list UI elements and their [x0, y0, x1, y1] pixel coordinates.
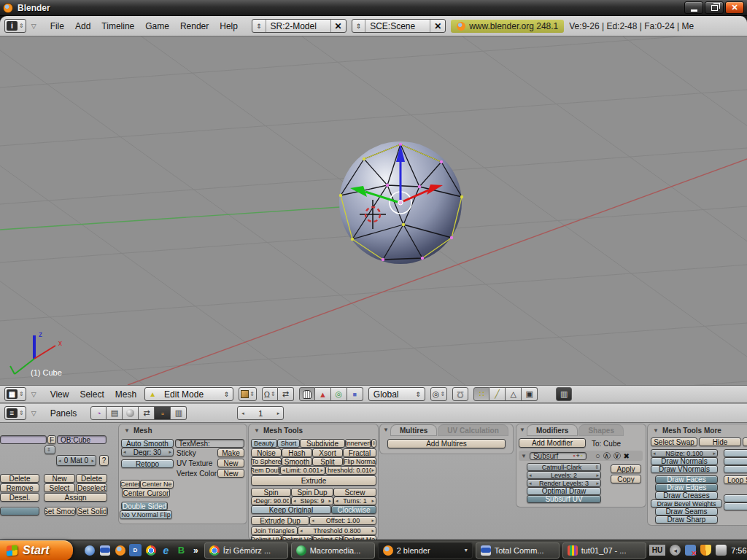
- edge-angles-toggle[interactable]: Edge A: [724, 457, 747, 465]
- object-context-button[interactable]: ⇄: [139, 406, 155, 420]
- fractal-button[interactable]: Fractal: [343, 448, 376, 457]
- mesh-panel-header[interactable]: ▼ Mesh: [119, 424, 247, 435]
- menu-view[interactable]: View: [47, 389, 72, 400]
- nsize-stepper[interactable]: ◂ NSize: 0.100 ▸: [651, 449, 718, 457]
- stepper-right-icon[interactable]: ▸: [320, 467, 323, 473]
- occlude-geometry-button[interactable]: ▣: [522, 387, 538, 401]
- printer-icon[interactable]: [716, 545, 727, 556]
- rem-doubles-button[interactable]: Rem Doub: [251, 466, 280, 475]
- render-toggle-icon[interactable]: ▪: [573, 452, 575, 459]
- menu-file[interactable]: File: [47, 21, 67, 31]
- menu-game[interactable]: Game: [142, 21, 172, 31]
- menu-help[interactable]: Help: [217, 21, 241, 31]
- flip-normal-button[interactable]: Flip Norma: [343, 457, 376, 466]
- manipulator-hand-button[interactable]: [299, 387, 315, 401]
- delete-vgroup-button[interactable]: Delete: [0, 474, 39, 483]
- cage-toggle-icon[interactable]: ○: [595, 451, 600, 460]
- task-item-izi-gemorz[interactable]: Ízi Gémörz ...: [204, 542, 288, 559]
- draw-edges-toggle[interactable]: Draw Edges: [655, 483, 718, 491]
- task-item-tut01[interactable]: tut01_07 - ...: [562, 542, 646, 559]
- stepper-right-icon[interactable]: ▸: [713, 451, 716, 456]
- mini-stepper[interactable]: ⇕: [44, 446, 55, 454]
- extrude-button[interactable]: Extrude: [251, 475, 376, 486]
- quicklaunch-blender-icon[interactable]: [114, 544, 126, 556]
- spin-dup-button[interactable]: Spin Dup: [291, 488, 333, 497]
- render-preview-button[interactable]: ▥: [556, 387, 572, 401]
- quicklaunch-dev-icon[interactable]: D: [129, 544, 142, 556]
- select-button[interactable]: Select: [44, 483, 75, 492]
- viewport-editor-type-button[interactable]: ▦ ⇕: [4, 387, 26, 401]
- messenger-offline-icon[interactable]: ✕: [685, 545, 696, 556]
- new-uv-texture-button[interactable]: New: [217, 459, 244, 467]
- stepper-right-icon[interactable]: ▸: [596, 472, 599, 478]
- degr-stepper[interactable]: ◂ Degr: 30 ▸: [121, 448, 174, 456]
- make-sticky-button[interactable]: Make: [217, 448, 244, 457]
- screen-close-icon[interactable]: ✕: [330, 20, 346, 32]
- viewport-canvas[interactable]: z x (1) Cube: [0, 36, 747, 385]
- stepper-right-icon[interactable]: ▸: [596, 481, 599, 486]
- render-levels-stepper[interactable]: ◂ Render Levels: 3 ▸: [527, 479, 601, 487]
- hide-button[interactable]: Hide: [699, 438, 741, 446]
- stepper-right-icon[interactable]: ▸: [328, 498, 331, 504]
- innervert-button[interactable]: Innervert: [345, 439, 371, 448]
- scene-close-icon[interactable]: ✕: [430, 20, 445, 32]
- turns-stepper[interactable]: ◂ Turns: 1 ▸: [333, 497, 376, 505]
- set-solid-button[interactable]: Set Solid: [77, 507, 108, 516]
- menu-select[interactable]: Select: [77, 389, 107, 400]
- browse-icon[interactable]: ⇕: [352, 20, 366, 32]
- stepper-right-icon[interactable]: ▸: [91, 458, 94, 464]
- draw-bevel-weights-toggle[interactable]: Draw Bevel Weights: [651, 499, 722, 508]
- menu-timeline[interactable]: Timeline: [98, 21, 137, 31]
- deselect-button[interactable]: Deselect: [76, 483, 107, 492]
- clockwise-toggle[interactable]: Clockwise: [331, 505, 376, 514]
- draw-faces-toggle[interactable]: Draw Faces: [655, 475, 718, 483]
- draw-sharp-toggle[interactable]: Draw Sharp: [655, 516, 718, 524]
- center-cursor-button[interactable]: Center Cursor: [122, 489, 170, 497]
- desel-button[interactable]: Desel.: [0, 493, 39, 502]
- delete-modifier-icon[interactable]: ✖: [624, 452, 630, 460]
- modifier-expand-icon[interactable]: ▼: [521, 453, 527, 459]
- menu-add[interactable]: Add: [72, 21, 93, 31]
- mesh-tools-panel-header[interactable]: ▼ Mesh Tools: [249, 424, 378, 435]
- menu-mesh[interactable]: Mesh: [112, 389, 139, 400]
- tray-collapse-icon[interactable]: ◂: [670, 545, 681, 556]
- security-shield-icon[interactable]: [700, 545, 711, 556]
- tab-uv-calculation[interactable]: UV Calculation: [438, 425, 508, 435]
- draw-creases-toggle[interactable]: Draw Creases: [655, 491, 718, 499]
- browse-icon[interactable]: ⇕: [252, 20, 266, 32]
- orientation-selector[interactable]: Global ⇕: [368, 387, 425, 401]
- draw-vnormals-toggle[interactable]: Draw VNormals: [651, 465, 718, 473]
- join-threshold-stepper[interactable]: ◂ Threshold 0.800 ▸: [298, 526, 376, 535]
- assign-button[interactable]: Assign: [44, 493, 107, 502]
- new-material-button[interactable]: New: [44, 474, 75, 483]
- draw-mode-button[interactable]: ⇕: [239, 387, 257, 401]
- close-button[interactable]: ✕: [725, 1, 744, 14]
- draw-normals-toggle[interactable]: Draw Normals: [651, 457, 718, 465]
- vertex-select-button[interactable]: ∷: [473, 387, 489, 401]
- short-toggle[interactable]: Short: [277, 439, 300, 448]
- copy-modifier-button[interactable]: Copy: [611, 475, 641, 483]
- edited-sphere-object[interactable]: [339, 141, 463, 264]
- all-edges-toggle[interactable]: All E: [724, 494, 747, 502]
- steps-stepper[interactable]: ◂ Steps: 9 ▸: [291, 497, 333, 505]
- viewport-menu-collapse-icon[interactable]: ▽: [31, 391, 36, 398]
- frame-stepper[interactable]: ◂ 1 ▸: [237, 406, 284, 420]
- buttons-menu-collapse-icon[interactable]: ▽: [31, 410, 36, 417]
- partial-toggle[interactable]: [0, 507, 39, 516]
- beauty-toggle[interactable]: Beauty: [251, 439, 277, 448]
- manipulator-mode-button[interactable]: ⇄: [278, 387, 294, 401]
- hash-button[interactable]: Hash: [282, 448, 312, 457]
- move-down-icon[interactable]: ∨: [614, 452, 621, 459]
- subsurf-uv-toggle[interactable]: Subsurf UV: [527, 495, 601, 503]
- menu-render[interactable]: Render: [177, 21, 212, 31]
- tab-modifiers[interactable]: Modifiers: [527, 425, 577, 435]
- noise-button[interactable]: Noise: [251, 448, 282, 457]
- fake-user-button[interactable]: F: [47, 435, 56, 444]
- quicklaunch-ie-icon[interactable]: e: [160, 544, 172, 556]
- quicklaunch-b-icon[interactable]: B: [175, 544, 187, 556]
- task-item-blender-group[interactable]: 2 blender ▾: [378, 542, 473, 559]
- texmesh-field[interactable]: TexMesh:: [175, 439, 244, 448]
- header-collapse-icon[interactable]: ▽: [31, 23, 36, 30]
- tab-shapes[interactable]: Shapes: [579, 425, 623, 435]
- double-sided-toggle[interactable]: Double Sided: [121, 502, 168, 510]
